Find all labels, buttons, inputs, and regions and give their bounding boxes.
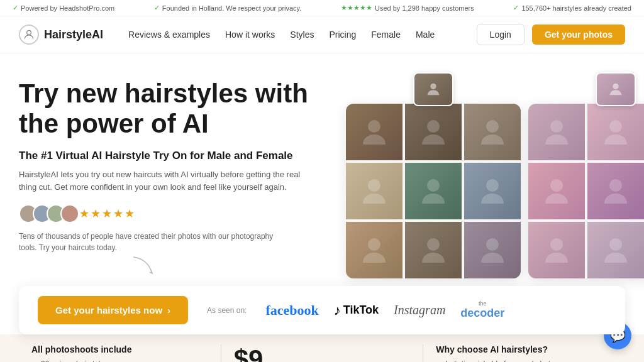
check-small-icon: ✓ [31,360,37,363]
female-photo-1 [528,104,585,160]
tiktok-music-icon: ♪ [334,302,341,319]
male-photo-1 [346,104,402,160]
svg-point-15 [550,179,563,192]
topbar-text-4: 155,760+ hairstyles already created [521,4,631,12]
facebook-logo: facebook [265,302,318,319]
male-photo-2 [405,104,462,160]
svg-point-7 [486,179,499,192]
includes-item-1: ✓ 30 unique hairstyles [31,359,208,362]
male-photo-8 [405,222,462,278]
avatar-4 [60,204,79,223]
svg-point-0 [27,30,31,35]
tiktok-logo: ♪ TikTok [334,302,379,319]
topbar-item-2: ✓ Founded in Holland. We respect your pr… [154,4,302,12]
nav-female[interactable]: Female [371,30,401,40]
nav-how[interactable]: How it works [225,30,275,40]
svg-point-18 [550,238,563,251]
check-icon-2: ✓ [154,4,160,12]
nav-actions: Login Get your photos [477,24,625,45]
topbar-item-3: ★★★★★ Used by 1,298 happy customers [341,4,474,12]
svg-point-2 [368,120,380,133]
top-bar: ✓ Powered by HeadshotPro.com ✓ Founded i… [0,0,644,16]
topbar-text-3: Used by 1,298 happy customers [375,4,474,12]
logo[interactable]: HairstyleAI [19,25,103,45]
price-block: $9 one-time payment [234,344,411,362]
svg-point-5 [368,179,380,192]
female-photo-grid [528,104,644,278]
why-title: Why choose AI hairstyles? [436,344,613,354]
check-small-icon-2: ✓ [436,360,441,363]
nav-reviews[interactable]: Reviews & examples [128,30,210,40]
male-photo-4 [346,163,402,219]
bottom-section: All photoshoots include ✓ 30 unique hair… [0,334,644,362]
svg-point-10 [486,238,499,251]
male-photo-3 [464,104,521,160]
male-photo-5 [405,163,462,219]
social-proof-text: Tens of thousands of people have created… [19,231,283,253]
check-icon-1: ✓ [13,4,18,12]
price-value: $9 [234,344,264,362]
nav-pricing[interactable]: Pricing [329,30,356,40]
male-photo-grid [346,104,521,278]
svg-point-8 [368,238,380,251]
male-photo-6 [464,163,521,219]
nav-styles[interactable]: Styles [290,30,314,40]
hero-description: HairstyleAI lets you try out new haircut… [19,168,302,195]
svg-point-11 [613,84,618,89]
stars-icon: ★★★★★ [341,4,372,12]
brand-logos: facebook ♪ TikTok Instagram the decoder [265,300,504,320]
why-item-1: ✓ Indistinguishable from real photos [436,359,613,362]
hero-subtitle: The #1 Virtual AI Hairstyle Try On for M… [19,150,346,162]
male-photo-9 [464,222,521,278]
topbar-text-1: Powered by HeadshotPro.com [21,4,114,12]
topbar-text-2: Founded in Holland. We respect your priv… [162,4,302,12]
check-icon-4: ✓ [513,4,519,12]
female-photo-5 [587,163,644,219]
svg-point-12 [550,120,563,133]
bottom-col-includes: All photoshoots include ✓ 30 unique hair… [19,344,221,362]
hero-right [346,72,644,286]
hero-left: Try new hairstyles with the power of AI … [19,72,346,286]
navbar: HairstyleAI Reviews & examples How it wo… [0,16,644,53]
cta-bar: Get your hairstyles now › As seen on: fa… [19,286,625,334]
get-photos-button[interactable]: Get your photos [532,25,625,45]
female-photo-2 [587,104,644,160]
svg-point-19 [609,238,622,251]
instagram-logo: Instagram [394,303,445,317]
svg-point-16 [609,179,622,192]
nav-links: Reviews & examples How it works Styles P… [128,29,477,40]
bottom-col-why: Why choose AI hairstyles? ✓ Indistinguis… [423,344,625,362]
svg-point-1 [430,84,436,89]
bottom-col-price: $9 one-time payment [221,344,424,362]
svg-point-6 [427,179,440,192]
svg-point-9 [427,238,440,251]
avatars-row: ★★★★★ [19,204,346,223]
login-button[interactable]: Login [477,24,525,45]
male-photo-7 [346,222,402,278]
svg-point-13 [609,120,622,133]
svg-point-4 [486,120,499,133]
svg-point-3 [427,120,440,133]
decoder-logo: the decoder [460,300,504,320]
logo-icon [19,25,39,45]
get-hairstyles-button[interactable]: Get your hairstyles now › [38,296,188,324]
female-photo-4 [528,163,585,219]
star-rating: ★★★★★ [79,207,136,221]
as-seen-on-label: As seen on: [207,306,247,315]
topbar-item-1: ✓ Powered by HeadshotPro.com [13,4,114,12]
female-photo-8 [587,222,644,278]
logo-text: HairstyleAI [44,28,103,41]
includes-title: All photoshoots include [31,344,208,354]
hero-title: Try new hairstyles with the power of AI [19,79,346,140]
female-photo-7 [528,222,585,278]
nav-male[interactable]: Male [416,30,435,40]
avatar-stack [19,204,74,223]
topbar-item-4: ✓ 155,760+ hairstyles already created [513,4,631,12]
arrow-hint [132,256,346,279]
hero-section: Try new hairstyles with the power of AI … [0,53,644,286]
